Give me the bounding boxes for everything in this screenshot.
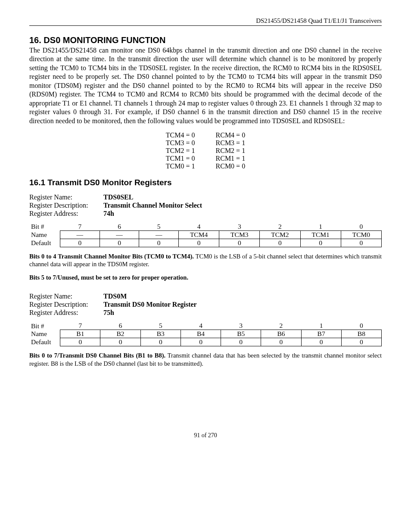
example-r: RCM3 = 1 bbox=[206, 139, 256, 147]
bit-name: B2 bbox=[100, 330, 140, 338]
reg-name-value: TDS0SEL bbox=[103, 193, 382, 201]
bitnum: 6 bbox=[100, 223, 139, 231]
example-r: RCM0 = 0 bbox=[206, 162, 256, 170]
register-info-tds0m: Register Name: TDS0M Register Descriptio… bbox=[29, 292, 382, 317]
example-r: RCM1 = 1 bbox=[206, 155, 256, 162]
bit-default: 0 bbox=[181, 338, 221, 346]
example-row: TCM4 = 0RCM4 = 0 bbox=[156, 131, 255, 139]
example-r: RCM2 = 1 bbox=[206, 147, 256, 155]
bit-table-tds0sel: Bit # 7 6 5 4 3 2 1 0 Name — — — TCM4 TC… bbox=[29, 223, 382, 247]
reg2-note1: Bits 0 to 7/Transmit DS0 Channel Bits (B… bbox=[29, 352, 382, 367]
bit-name: B5 bbox=[221, 330, 261, 338]
reg2-note1-bold: Bits 0 to 7/Transmit DS0 Channel Bits (B… bbox=[29, 352, 165, 359]
bitnum: 0 bbox=[341, 322, 381, 330]
bitnum: 2 bbox=[260, 223, 300, 231]
subsection-title: 16.1 Transmit DS0 Monitor Registers bbox=[29, 178, 382, 187]
bit-default: 0 bbox=[60, 338, 100, 346]
bit-name: — bbox=[139, 231, 179, 239]
bitnum-row: Bit # 7 6 5 4 3 2 1 0 bbox=[29, 322, 382, 330]
section-title: 16. DS0 MONITORING FUNCTION bbox=[29, 35, 382, 45]
example-t: TCM3 = 0 bbox=[156, 139, 206, 147]
reg-desc-label: Register Description: bbox=[29, 301, 103, 308]
bit-default: 0 bbox=[301, 338, 341, 346]
default-label: Default bbox=[29, 338, 60, 346]
bit-default: 0 bbox=[60, 239, 100, 247]
bit-name: TCM3 bbox=[219, 231, 260, 239]
header-product: DS21455/DS21458 Quad T1/E1/J1 Transceive… bbox=[29, 17, 382, 25]
reg-desc-value: Transmit Channel Monitor Select bbox=[103, 202, 382, 209]
bitnum: 6 bbox=[100, 322, 140, 330]
example-row: TCM3 = 0RCM3 = 1 bbox=[156, 139, 255, 147]
bitnum: 5 bbox=[140, 322, 181, 330]
example-t: TCM4 = 0 bbox=[156, 131, 206, 139]
example-t: TCM0 = 1 bbox=[156, 162, 206, 170]
name-label: Name bbox=[29, 231, 60, 239]
bitnum: 7 bbox=[60, 223, 100, 231]
section-body: The DS21455/DS21458 can monitor one DS0 … bbox=[29, 46, 382, 125]
bit-default: 0 bbox=[219, 239, 260, 247]
reg-name-label: Register Name: bbox=[29, 193, 103, 201]
name-row: Name — — — TCM4 TCM3 TCM2 TCM1 TCM0 bbox=[29, 231, 382, 239]
bit-name: TCM0 bbox=[341, 231, 381, 239]
bit-name: B3 bbox=[140, 330, 181, 338]
bit-default: 0 bbox=[221, 338, 261, 346]
example-t: TCM2 = 1 bbox=[156, 147, 206, 155]
example-row: TCM1 = 0RCM1 = 1 bbox=[156, 155, 255, 162]
example-row: TCM2 = 1RCM2 = 1 bbox=[156, 147, 255, 155]
bit-default: 0 bbox=[341, 239, 381, 247]
reg-desc-value: Transmit DS0 Monitor Register bbox=[103, 301, 382, 308]
bit-default: 0 bbox=[341, 338, 381, 346]
reg-addr-value: 75h bbox=[103, 309, 382, 317]
example-t: TCM1 = 0 bbox=[156, 155, 206, 162]
bit-default: 0 bbox=[100, 239, 139, 247]
bitnum-row: Bit # 7 6 5 4 3 2 1 0 bbox=[29, 223, 382, 231]
bitnum-label: Bit # bbox=[29, 223, 60, 231]
page-footer: 91 of 270 bbox=[29, 432, 382, 439]
reg1-note1: Bits 0 to 4 Transmit Channel Monitor Bit… bbox=[29, 252, 382, 268]
bitnum: 7 bbox=[60, 322, 100, 330]
bit-name: B4 bbox=[181, 330, 221, 338]
bitnum: 2 bbox=[261, 322, 301, 330]
bitnum: 3 bbox=[221, 322, 261, 330]
reg1-note1-bold: Bits 0 to 4 Transmit Channel Monitor Bit… bbox=[29, 253, 194, 260]
bit-name: TCM1 bbox=[300, 231, 341, 239]
bit-name: B1 bbox=[60, 330, 100, 338]
default-label: Default bbox=[29, 239, 60, 247]
name-row: Name B1 B2 B3 B4 B5 B6 B7 B8 bbox=[29, 330, 382, 338]
bitnum: 1 bbox=[301, 322, 341, 330]
bitnum-label: Bit # bbox=[29, 322, 60, 330]
example-values-table: TCM4 = 0RCM4 = 0 TCM3 = 0RCM3 = 1 TCM2 =… bbox=[156, 131, 255, 170]
default-row: Default 0 0 0 0 0 0 0 0 bbox=[29, 338, 382, 346]
bit-default: 0 bbox=[178, 239, 219, 247]
bit-default: 0 bbox=[100, 338, 140, 346]
bit-default: 0 bbox=[260, 239, 300, 247]
register-info-tds0sel: Register Name: TDS0SEL Register Descript… bbox=[29, 193, 382, 218]
bitnum: 4 bbox=[181, 322, 221, 330]
bitnum: 0 bbox=[341, 223, 381, 231]
bit-name: — bbox=[100, 231, 139, 239]
bit-name: TCM2 bbox=[260, 231, 300, 239]
bit-default: 0 bbox=[300, 239, 341, 247]
bitnum: 1 bbox=[300, 223, 341, 231]
reg-addr-value: 74h bbox=[103, 210, 382, 218]
bit-default: 0 bbox=[140, 338, 181, 346]
bit-name: B6 bbox=[261, 330, 301, 338]
reg-desc-label: Register Description: bbox=[29, 202, 103, 209]
bit-default: 0 bbox=[261, 338, 301, 346]
reg-name-value: TDS0M bbox=[103, 292, 382, 300]
example-r: RCM4 = 0 bbox=[206, 131, 256, 139]
bit-name: TCM4 bbox=[178, 231, 219, 239]
reg1-note2: Bits 5 to 7/Unused, must be set to zero … bbox=[29, 274, 382, 281]
bit-table-tds0m: Bit # 7 6 5 4 3 2 1 0 Name B1 B2 B3 B4 B… bbox=[29, 322, 382, 346]
bit-name: — bbox=[60, 231, 100, 239]
bitnum: 3 bbox=[219, 223, 260, 231]
reg-name-label: Register Name: bbox=[29, 292, 103, 300]
header-rule bbox=[29, 25, 382, 26]
name-label: Name bbox=[29, 330, 60, 338]
bit-name: B8 bbox=[341, 330, 381, 338]
bit-default: 0 bbox=[139, 239, 179, 247]
bitnum: 5 bbox=[139, 223, 179, 231]
bit-name: B7 bbox=[301, 330, 341, 338]
bitnum: 4 bbox=[178, 223, 219, 231]
default-row: Default 0 0 0 0 0 0 0 0 bbox=[29, 239, 382, 247]
